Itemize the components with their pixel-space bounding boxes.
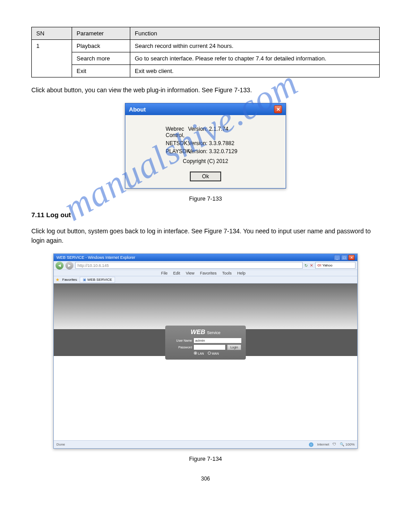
menu-edit[interactable]: Edit bbox=[173, 271, 180, 275]
ok-button[interactable]: Ok bbox=[190, 172, 221, 181]
close-icon[interactable]: ✕ bbox=[348, 255, 355, 260]
menu-view[interactable]: View bbox=[186, 271, 194, 275]
status-done: Done bbox=[56, 442, 65, 446]
close-icon[interactable]: ✕ bbox=[274, 105, 282, 113]
maximize-icon[interactable]: □ bbox=[341, 255, 347, 260]
favorites-star-icon[interactable]: ★ bbox=[56, 277, 60, 282]
address-bar[interactable]: http://10.10.6.145 bbox=[75, 262, 303, 269]
window-titlebar: WEB SERVICE - Windows Internet Explorer … bbox=[54, 254, 357, 261]
table-row: 1 Playback Search record within current … bbox=[32, 40, 380, 52]
window-title: WEB SERVICE - Windows Internet Explorer bbox=[56, 255, 135, 260]
login-button[interactable]: Login bbox=[227, 344, 241, 350]
browser-menu: File Edit View Favorites Tools Help bbox=[54, 270, 357, 276]
about-value: Version: 3.32.0.7129 bbox=[188, 148, 237, 154]
browser-window: WEB SERVICE - Windows Internet Explorer … bbox=[53, 253, 358, 449]
cell: Go to search interface. Please refer to … bbox=[130, 52, 380, 65]
search-box[interactable]: O!Yahoo bbox=[315, 262, 355, 269]
paragraph: Click about button, you can view the web… bbox=[31, 86, 380, 95]
th-sn: SN bbox=[32, 27, 72, 40]
about-dialog: About ✕ Webrec Control,Version: 2.1.7.74… bbox=[125, 103, 286, 189]
about-label: Webrec Control, bbox=[139, 126, 188, 138]
password-input[interactable] bbox=[194, 345, 225, 350]
refresh-icon[interactable]: ↻ bbox=[304, 263, 308, 268]
parameter-table: SN Parameter Function 1 Playback Search … bbox=[31, 27, 380, 77]
browser-tab[interactable]: ▣WEB SERVICE bbox=[80, 277, 115, 283]
login-panel: WEB Service User Name admin Password Log… bbox=[165, 326, 246, 360]
status-zone: Internet bbox=[317, 442, 329, 446]
username-label: User Name bbox=[170, 339, 192, 342]
cell: Search more bbox=[72, 52, 130, 65]
minimize-icon[interactable]: _ bbox=[334, 255, 340, 260]
paragraph: Click log out button, system goes back t… bbox=[31, 227, 380, 245]
protected-mode-icon: 🛡 bbox=[333, 442, 336, 446]
radio-lan[interactable]: LAN bbox=[194, 352, 204, 355]
page-content: WEB Service User Name admin Password Log… bbox=[54, 283, 357, 440]
username-input[interactable]: admin bbox=[194, 338, 241, 343]
menu-tools[interactable]: Tools bbox=[222, 271, 231, 275]
about-label: NETSDK, bbox=[139, 140, 188, 146]
menu-favorites[interactable]: Favorites bbox=[200, 271, 217, 275]
about-label: PLAYSDK, bbox=[139, 148, 188, 154]
dialog-titlebar: About ✕ bbox=[125, 103, 286, 115]
password-label: Password bbox=[170, 346, 192, 349]
browser-tabbar: ★ Favorites ▣WEB SERVICE bbox=[54, 276, 357, 283]
about-value: Version: 3.3.9.7882 bbox=[188, 140, 234, 146]
table-row: Exit Exit web client. bbox=[32, 65, 380, 77]
browser-toolbar: ◄ ► http://10.10.6.145 ↻ ✕ O!Yahoo bbox=[54, 261, 357, 270]
brand-logo: WEB Service bbox=[170, 328, 241, 335]
figure-caption: Figure 7-133 bbox=[31, 195, 380, 202]
th-param: Parameter bbox=[72, 27, 130, 40]
status-bar: Done Internet 🛡 🔍 100% bbox=[54, 440, 357, 448]
cell: Exit web client. bbox=[130, 65, 380, 77]
favorites-label[interactable]: Favorites bbox=[62, 278, 77, 282]
figure-caption: Figure 7-134 bbox=[31, 455, 380, 462]
th-func: Function bbox=[130, 27, 380, 40]
cell: Exit bbox=[72, 65, 130, 77]
page-icon: ▣ bbox=[83, 278, 86, 282]
cell: 1 bbox=[32, 40, 72, 77]
dialog-title: About bbox=[129, 106, 146, 113]
table-row: Search more Go to search interface. Plea… bbox=[32, 52, 380, 65]
back-icon[interactable]: ◄ bbox=[56, 262, 64, 270]
menu-help[interactable]: Help bbox=[237, 271, 246, 275]
cell: Search record within current 24 hours. bbox=[130, 40, 380, 52]
copyright: Copyright (C) 2012 bbox=[139, 158, 272, 164]
page-number: 306 bbox=[31, 476, 380, 482]
about-value: Version: 2.1.7.74 bbox=[188, 126, 228, 138]
forward-icon[interactable]: ► bbox=[65, 262, 73, 270]
stop-icon[interactable]: ✕ bbox=[310, 263, 313, 268]
section-heading: 7.11 Log out bbox=[31, 211, 380, 219]
menu-file[interactable]: File bbox=[161, 271, 168, 275]
internet-zone-icon bbox=[309, 442, 313, 447]
radio-wan[interactable]: WAN bbox=[208, 352, 219, 355]
zoom-label[interactable]: 🔍 100% bbox=[340, 442, 355, 446]
cell: Playback bbox=[72, 40, 130, 52]
